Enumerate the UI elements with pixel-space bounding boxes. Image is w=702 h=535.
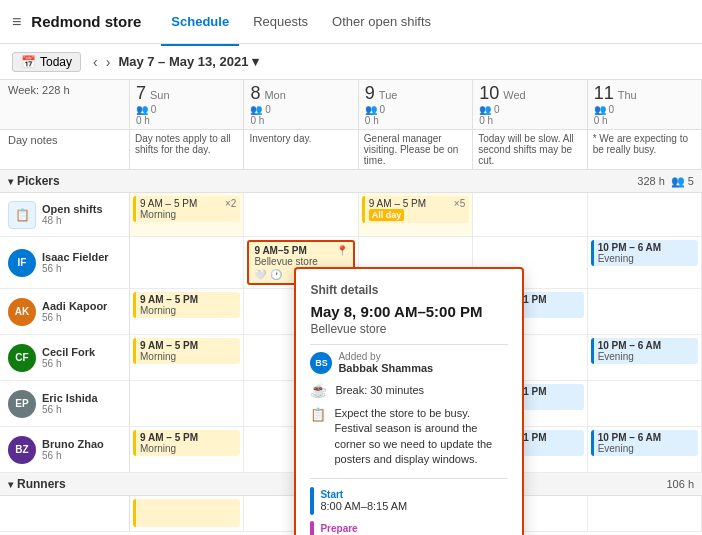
open-shifts-hours: 48 h <box>42 215 103 226</box>
eric-cell: EP Eric Ishida 56 h <box>0 381 130 426</box>
runners-day0[interactable] <box>130 496 244 531</box>
day-hours-4: 0 h <box>594 115 695 126</box>
aadi-shift-0[interactable]: 9 AM – 5 PM Morning <box>133 292 240 318</box>
cecil-time-0: 9 AM – 5 PM <box>140 340 236 351</box>
shift-count: ×2 <box>225 198 236 209</box>
isaac-day4[interactable]: 10 PM – 6 AM Evening <box>588 237 702 288</box>
isaac-shift4-time: 10 PM – 6 AM <box>598 242 694 253</box>
popup-note-row: 📋 Expect the store to be busy. Festival … <box>310 406 508 468</box>
location-pin-icon: 📍 <box>336 245 348 256</box>
today-button[interactable]: 📅 Today <box>12 52 81 72</box>
cecil-name: Cecil Fork <box>42 346 95 358</box>
cecil-label-0: Morning <box>140 351 236 362</box>
hamburger-icon[interactable]: ≡ <box>12 13 21 31</box>
day-name-3: Wed <box>503 89 525 101</box>
isaac-hours: 56 h <box>42 263 109 274</box>
cecil-shift-4[interactable]: 10 PM – 6 AM Evening <box>591 338 698 364</box>
prev-week-button[interactable]: ‹ <box>89 54 102 70</box>
bruno-shift-4[interactable]: 10 PM – 6 AM Evening <box>591 430 698 456</box>
shift-time: 9 AM – 5 PM <box>140 198 197 209</box>
popup-break-row: ☕ Break: 30 minutes <box>310 382 508 398</box>
tab-requests[interactable]: Requests <box>243 10 318 33</box>
open-shift-pill-0[interactable]: 9 AM – 5 PM ×2 Morning <box>133 196 240 222</box>
break-icon: ☕ <box>310 382 327 398</box>
bruno-name: Bruno Zhao <box>42 438 104 450</box>
aadi-day0[interactable]: 9 AM – 5 PM Morning <box>130 289 244 334</box>
isaac-day1[interactable]: 9 AM–5 PM 📍 Bellevue store 🤍 🕐 Shift det… <box>244 237 358 288</box>
activity-start-time: 8:00 AM–8:15 AM <box>320 500 407 512</box>
section-header-pickers[interactable]: ▾ Pickers 328 h 👥 5 <box>0 170 702 193</box>
week-info: Week: 228 h <box>8 84 121 96</box>
open-shift-day2[interactable]: 9 AM – 5 PM ×5 All day <box>359 193 473 236</box>
eric-hours: 56 h <box>42 404 98 415</box>
runners-label: Runners <box>17 477 66 491</box>
cecil-shift-0[interactable]: 9 AM – 5 PM Morning <box>133 338 240 364</box>
day-num-3: 10 <box>479 83 499 104</box>
open-shift-day4[interactable] <box>588 193 702 236</box>
aadi-day4[interactable] <box>588 289 702 334</box>
day-header-3: 10 Wed 👥 0 0 h <box>473 80 587 129</box>
bruno-day0[interactable]: 9 AM – 5 PM Morning <box>130 427 244 472</box>
day-hours-0: 0 h <box>136 115 237 126</box>
open-shift-day1[interactable] <box>244 193 358 236</box>
day-num-4: 11 <box>594 83 614 104</box>
col-header-row: Week: 228 h 7 Sun 👥 0 0 h 8 Mon 👥 0 0 h <box>0 80 702 130</box>
date-range[interactable]: May 7 – May 13, 2021 ▾ <box>118 54 259 69</box>
day-header-1: 8 Mon 👥 0 0 h <box>244 80 358 129</box>
corner-cell: Week: 228 h <box>0 80 130 129</box>
day-num-1: 8 <box>250 83 260 104</box>
open-shift-pill-2[interactable]: 9 AM – 5 PM ×5 All day <box>362 196 469 223</box>
shift-label: Morning <box>140 209 236 220</box>
adder-name: Babbak Shammas <box>338 362 433 374</box>
cecil-hours: 56 h <box>42 358 95 369</box>
runners-day4[interactable] <box>588 496 702 531</box>
open-shift-day0[interactable]: 9 AM – 5 PM ×2 Morning <box>130 193 244 236</box>
cecil-label-4: Evening <box>598 351 694 362</box>
eric-day4[interactable] <box>588 381 702 426</box>
aadi-name: Aadi Kapoor <box>42 300 107 312</box>
bruno-day4[interactable]: 10 PM – 6 AM Evening <box>588 427 702 472</box>
cecil-day0[interactable]: 9 AM – 5 PM Morning <box>130 335 244 380</box>
popup-added-row: BS Added by Babbak Shammas <box>310 351 508 374</box>
bruno-label-4: Evening <box>598 443 694 454</box>
chevron-down-icon: ▾ <box>252 54 259 69</box>
isaac-shift-4[interactable]: 10 PM – 6 AM Evening <box>591 240 698 266</box>
note-day-4: * We are expecting to be really busy. <box>588 130 702 169</box>
aadi-cell: AK Aadi Kapoor 56 h <box>0 289 130 334</box>
notes-label: Day notes <box>0 130 130 169</box>
runners-left <box>0 496 130 531</box>
activity-start-bar <box>310 487 314 515</box>
isaac-shift-store: Bellevue store <box>254 256 347 267</box>
cecil-day4[interactable]: 10 PM – 6 AM Evening <box>588 335 702 380</box>
break-label: Break: 30 minutes <box>335 384 424 396</box>
note-day-1: Inventory day. <box>244 130 358 169</box>
isaac-shift-time: 9 AM–5 PM <box>254 245 306 256</box>
open-shifts-name: Open shifts <box>42 203 103 215</box>
all-day-badge: All day <box>369 209 405 221</box>
day-name-1: Mon <box>264 89 285 101</box>
tab-schedule[interactable]: Schedule <box>161 10 239 33</box>
tab-other-open-shifts[interactable]: Other open shifts <box>322 10 441 33</box>
popup-divider-2 <box>310 478 508 479</box>
runners-shift-0[interactable] <box>133 499 240 527</box>
bruno-shift-0[interactable]: 9 AM – 5 PM Morning <box>133 430 240 456</box>
calendar-icon: 📅 <box>21 55 36 69</box>
popup-divider-1 <box>310 344 508 345</box>
bruno-time-0: 9 AM – 5 PM <box>140 432 236 443</box>
pickers-label: Pickers <box>17 174 60 188</box>
day-info-1: 👥 0 <box>250 104 351 115</box>
isaac-name: Isaac Fielder <box>42 251 109 263</box>
next-week-button[interactable]: › <box>102 54 115 70</box>
note-icon: 📋 <box>310 407 326 422</box>
adder-avatar: BS <box>310 352 332 374</box>
open-shift-day3[interactable] <box>473 193 587 236</box>
popup-title: Shift details <box>310 283 508 297</box>
eric-day0[interactable] <box>130 381 244 426</box>
note-text: Expect the store to be busy. Festival se… <box>334 406 508 468</box>
isaac-day0[interactable] <box>130 237 244 288</box>
open-shifts-cell: 📋 Open shifts 48 h <box>0 193 130 236</box>
shift-time-2: 9 AM – 5 PM <box>369 198 426 209</box>
activity-start-label: Start <box>320 489 407 500</box>
day-num-2: 9 <box>365 83 375 104</box>
open-shifts-icon: 📋 <box>8 201 36 229</box>
